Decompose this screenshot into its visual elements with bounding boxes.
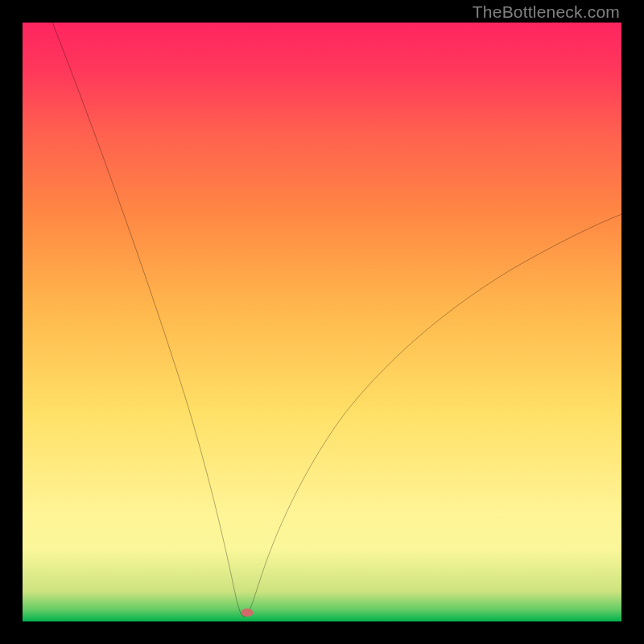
watermark-text: TheBottleneck.com xyxy=(473,2,620,22)
plot-area xyxy=(23,23,621,621)
curve-svg xyxy=(23,23,621,621)
chart-frame: TheBottleneck.com xyxy=(0,0,644,644)
minimum-marker xyxy=(242,609,254,617)
bottleneck-curve xyxy=(52,23,621,617)
